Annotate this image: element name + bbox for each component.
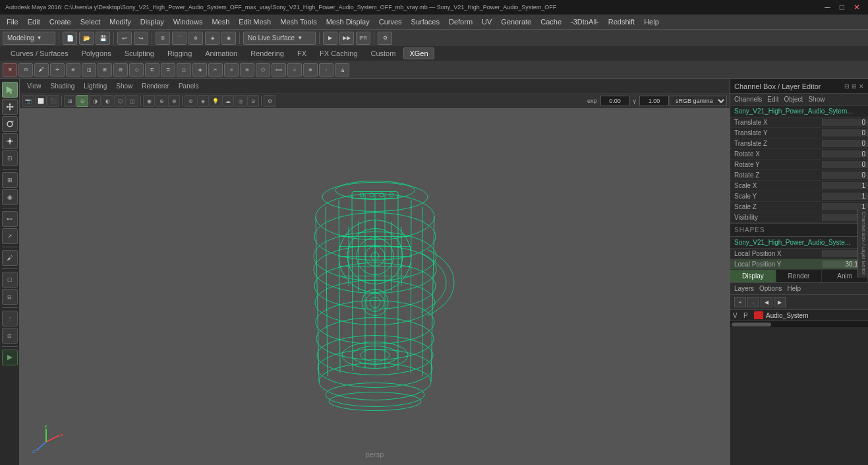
render-btn-left[interactable]	[2, 350, 18, 365]
env-tex-icon[interactable]: ◈	[197, 95, 209, 107]
transform-tool[interactable]: ↕	[319, 63, 333, 77]
offset-tool[interactable]: ≡	[224, 63, 239, 77]
module-tab-fx[interactable]: FX	[292, 48, 312, 59]
camera-toggle[interactable]: 📷	[22, 95, 34, 107]
menu-item--3dtoall-[interactable]: -3DtoAll-	[567, 16, 603, 27]
grid-snap-left[interactable]: ⋮	[2, 311, 18, 326]
menu-item-select[interactable]: Select	[76, 16, 105, 27]
use-all-lights-icon[interactable]: 💡	[210, 95, 221, 107]
display-tab-render[interactable]: Render	[776, 270, 823, 282]
view-menu[interactable]: View	[24, 82, 45, 90]
select-tool-left[interactable]	[2, 82, 18, 98]
render-view-button[interactable]: ▶	[323, 32, 337, 45]
renderer-menu[interactable]: Renderer	[138, 82, 173, 90]
layer-v[interactable]: V	[733, 312, 741, 319]
channel-box-layer-editor-tab[interactable]: Channel Box / Layer Editor	[857, 209, 868, 278]
show-menu-cb[interactable]: Show	[808, 96, 825, 103]
options-menu[interactable]: Options	[759, 285, 782, 292]
lighting-menu[interactable]: Lighting	[80, 82, 110, 90]
channel-value[interactable]: 0	[822, 140, 868, 147]
texture-icon[interactable]: ⊜	[185, 95, 196, 107]
channel-value[interactable]: 0	[822, 171, 868, 179]
channel-value[interactable]: 1	[822, 193, 868, 200]
channel-value[interactable]: 0	[822, 119, 868, 126]
channel-value[interactable]: 0	[822, 161, 868, 168]
channel-value[interactable]: 0	[822, 150, 868, 158]
collapse-tool[interactable]: ◇	[129, 63, 144, 77]
panel-controls[interactable]: ⊟ ⊞ ✕	[844, 83, 864, 90]
colorspace-dropdown[interactable]: sRGB gamma Linear Raw	[670, 96, 727, 106]
universal-manip-left[interactable]: ⊡	[2, 150, 18, 166]
menu-item-windows[interactable]: Windows	[169, 16, 207, 27]
slide-edge-tool[interactable]: ⟺	[272, 63, 286, 77]
next-layer-icon[interactable]: ▶	[774, 297, 786, 307]
scrollbar-thumb[interactable]	[732, 323, 771, 326]
flat-shade-icon[interactable]: ◐	[101, 95, 113, 107]
module-tab-fx-caching[interactable]: FX Caching	[314, 48, 362, 59]
save-file-button[interactable]: 💾	[96, 32, 110, 45]
panels-menu[interactable]: Panels	[175, 82, 202, 90]
move-tool[interactable]: ✛	[50, 63, 65, 77]
channel-value[interactable]: 1	[822, 182, 868, 189]
maximize-button[interactable]: □	[837, 3, 847, 12]
float-icon[interactable]: ⊞	[852, 83, 857, 90]
menu-item-edit[interactable]: Edit	[24, 16, 44, 27]
menu-item-mesh-display[interactable]: Mesh Display	[322, 16, 374, 27]
wedge-tool[interactable]: ◮	[335, 63, 349, 77]
horizontal-scrollbar[interactable]	[730, 321, 868, 327]
layer-item[interactable]: V P Audio_System	[730, 310, 868, 321]
redo-button[interactable]: ↪	[134, 32, 148, 45]
redirect-left[interactable]: ↗	[2, 228, 18, 244]
target-weld-tool[interactable]: ⊗	[303, 63, 318, 77]
module-tab-polygons[interactable]: Polygons	[76, 48, 116, 59]
move-tool-left[interactable]	[2, 99, 18, 115]
backface-cull-icon[interactable]: ◉	[143, 95, 155, 107]
multi-cut-tool[interactable]: ✂	[208, 63, 223, 77]
lasso-tool[interactable]: ⊙	[18, 63, 33, 77]
smooth-tool[interactable]: ≈	[287, 63, 302, 77]
snap-curve-button[interactable]: ⌒	[172, 32, 187, 45]
edit-menu[interactable]: Edit	[767, 96, 778, 103]
menu-item-deform[interactable]: Deform	[445, 16, 477, 27]
ipr-button[interactable]: IPR	[356, 32, 370, 45]
menu-item-file[interactable]: File	[3, 16, 22, 27]
snap-grid-button[interactable]: ⊞	[156, 32, 170, 45]
paint-sel-tool[interactable]: 🖌	[34, 63, 49, 77]
minimize-button[interactable]: ─	[822, 3, 833, 12]
quad-draw-tool[interactable]: ⬡	[256, 63, 270, 77]
cluster-left[interactable]: ☐	[2, 272, 18, 288]
new-layer-icon[interactable]: +	[734, 297, 746, 307]
display-settings-vp-icon[interactable]: ⚙	[264, 95, 275, 107]
layer-color-swatch[interactable]	[754, 311, 763, 319]
module-tab-sculpting[interactable]: Sculpting	[119, 48, 159, 59]
rotate-tool-left[interactable]	[2, 116, 18, 132]
menu-item-create[interactable]: Create	[45, 16, 75, 27]
undo-button[interactable]: ↩	[117, 32, 132, 45]
grid-icon[interactable]: ⊞	[64, 95, 76, 107]
menu-item-generate[interactable]: Generate	[497, 16, 535, 27]
ao-icon[interactable]: ◎	[235, 95, 246, 107]
deformer-left[interactable]: ⊟	[2, 289, 18, 305]
menu-item-help[interactable]: Help	[640, 16, 663, 27]
layer-p[interactable]: P	[743, 312, 751, 319]
paint-attr-left[interactable]: 🖌	[2, 250, 18, 266]
smooth-shade-icon[interactable]: ◑	[89, 95, 101, 107]
fill-hole-tool[interactable]: ◻	[177, 63, 191, 77]
exposure-input[interactable]: 0.00	[600, 96, 630, 106]
snap-mode-left[interactable]: ⊞	[2, 172, 18, 188]
shadow-icon[interactable]: ☁	[222, 95, 234, 107]
show-manip-left[interactable]: ⊷	[2, 211, 18, 227]
workspace-dropdown[interactable]: Modeling ▼	[3, 32, 55, 45]
menu-item-redshift[interactable]: Redshift	[604, 16, 639, 27]
bridge-tool[interactable]: ⊞	[98, 63, 112, 77]
snap-surface-button[interactable]: ◈	[205, 32, 219, 45]
module-tab-animation[interactable]: Animation	[200, 48, 243, 59]
close-panel-icon[interactable]: ✕	[859, 83, 864, 90]
bounding-box-icon[interactable]: ⬡	[114, 95, 126, 107]
new-file-button[interactable]: 📄	[63, 32, 77, 45]
display-tab-display[interactable]: Display	[730, 270, 776, 282]
layers-menu[interactable]: Layers	[734, 285, 754, 292]
menu-item-curves[interactable]: Curves	[375, 16, 406, 27]
show-menu[interactable]: Show	[113, 82, 136, 90]
extrude-tool[interactable]: ⊐	[161, 63, 175, 77]
